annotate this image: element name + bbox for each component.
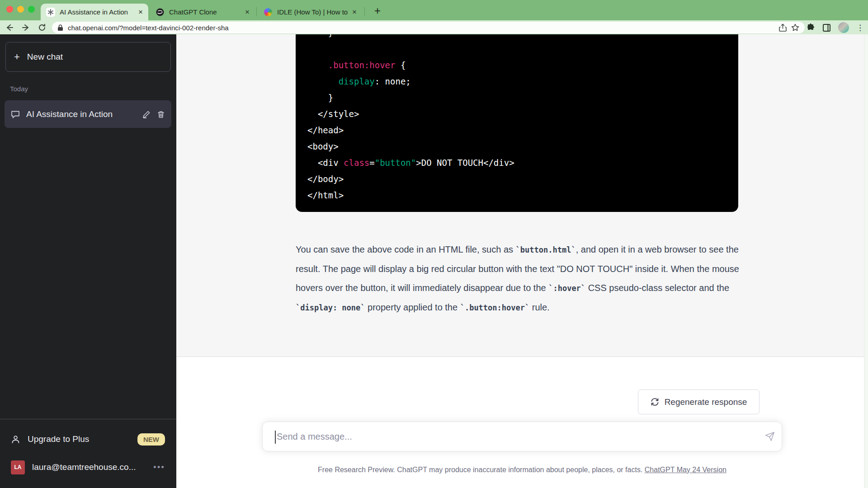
- reload-button[interactable]: [35, 22, 49, 33]
- message-input[interactable]: [263, 432, 758, 442]
- browser-tab-bar: AI Assistance in Action × ChatGPT Clone …: [0, 0, 868, 20]
- browser-profile-avatar[interactable]: [838, 22, 849, 33]
- account-more-icon[interactable]: •••: [153, 462, 165, 472]
- upgrade-label: Upgrade to Plus: [28, 434, 130, 444]
- person-icon: [11, 435, 20, 444]
- extensions-puzzle-icon[interactable]: [807, 23, 815, 32]
- disclaimer-text: Free Research Preview. ChatGPT may produ…: [318, 466, 645, 474]
- upgrade-to-plus-button[interactable]: Upgrade to Plus NEW: [5, 427, 171, 451]
- tab-separator: [364, 7, 365, 16]
- code-block: } .button:hover { display: none; } </sty…: [296, 34, 738, 212]
- tab-idle-howto[interactable]: IDLE (How To) | How to Install ×: [258, 4, 362, 20]
- edit-pencil-icon[interactable]: [142, 110, 151, 118]
- code-content: } .button:hover { display: none; } </sty…: [307, 34, 726, 203]
- tab-separator: [256, 7, 257, 16]
- new-chat-label: New chat: [27, 52, 63, 62]
- tab-title: IDLE (How To) | How to Install: [277, 8, 348, 16]
- plus-icon: +: [14, 51, 20, 63]
- window-close-button[interactable]: [6, 6, 13, 13]
- tab-close-icon[interactable]: ×: [245, 8, 250, 16]
- text-cursor: [275, 431, 276, 444]
- sidebar: + New chat Today AI Assistance in Action: [0, 34, 176, 488]
- side-panel-icon[interactable]: [822, 23, 831, 32]
- chat-history-item[interactable]: AI Assistance in Action: [5, 100, 171, 128]
- browser-menu-icon[interactable]: ⋮: [856, 23, 864, 33]
- regenerate-label: Regenerate response: [665, 397, 747, 407]
- account-menu-button[interactable]: LA laura@teamtreehouse.co... •••: [5, 455, 171, 479]
- chat-bubble-icon: [11, 110, 20, 119]
- address-bar[interactable]: chat.openai.com/?model=text-davinci-002-…: [52, 22, 805, 33]
- toolbar-right-icons: ⋮: [807, 22, 864, 33]
- footer-disclaimer: Free Research Preview. ChatGPT may produ…: [176, 466, 868, 474]
- tab-close-icon[interactable]: ×: [138, 8, 143, 16]
- openai-logo-icon: [46, 8, 55, 17]
- message-composer: [262, 422, 782, 451]
- regenerate-icon: [651, 398, 659, 406]
- colorful-favicon-icon: [264, 8, 273, 17]
- version-link[interactable]: ChatGPT May 24 Version: [645, 466, 726, 474]
- tab-title: ChatGPT Clone: [169, 8, 241, 16]
- page-scrollbar[interactable]: [864, 34, 868, 488]
- sidebar-divider: [0, 419, 176, 419]
- forward-button[interactable]: [19, 22, 33, 33]
- window-controls: [6, 6, 35, 13]
- tab-ai-assistance[interactable]: AI Assistance in Action ×: [41, 4, 148, 20]
- conversation-area: } .button:hover { display: none; } </sty…: [176, 34, 868, 488]
- account-email: laura@teamtreehouse.co...: [32, 462, 146, 472]
- window-minimize-button[interactable]: [17, 6, 24, 13]
- lock-icon: [57, 24, 63, 31]
- window-zoom-button[interactable]: [28, 6, 35, 13]
- back-button[interactable]: [3, 22, 16, 33]
- regenerate-response-button[interactable]: Regenerate response: [638, 389, 760, 414]
- account-avatar: LA: [11, 460, 25, 474]
- browser-window: AI Assistance in Action × ChatGPT Clone …: [0, 0, 868, 488]
- assistant-message: } .button:hover { display: none; } </sty…: [176, 34, 868, 357]
- share-icon[interactable]: [779, 23, 787, 32]
- new-tab-button[interactable]: +: [370, 4, 385, 18]
- bookmark-star-icon[interactable]: [791, 23, 799, 32]
- url-text[interactable]: chat.openai.com/?model=text-davinci-002-…: [68, 24, 774, 32]
- chat-item-title: AI Assistance in Action: [26, 109, 136, 119]
- new-badge: NEW: [137, 433, 165, 446]
- send-message-icon[interactable]: [758, 425, 782, 448]
- browser-toolbar: chat.openai.com/?model=text-davinci-002-…: [0, 20, 868, 34]
- tab-title: AI Assistance in Action: [60, 8, 134, 16]
- new-chat-button[interactable]: + New chat: [5, 42, 171, 72]
- assistant-paragraph: You can save the above code in an HTML f…: [296, 240, 745, 317]
- tab-close-icon[interactable]: ×: [352, 8, 357, 16]
- globe-favicon-icon: [156, 8, 165, 17]
- tab-chatgpt-clone[interactable]: ChatGPT Clone ×: [150, 4, 255, 20]
- chatgpt-app: + New chat Today AI Assistance in Action: [0, 34, 868, 488]
- delete-trash-icon[interactable]: [157, 110, 165, 118]
- history-section-label: Today: [10, 85, 28, 93]
